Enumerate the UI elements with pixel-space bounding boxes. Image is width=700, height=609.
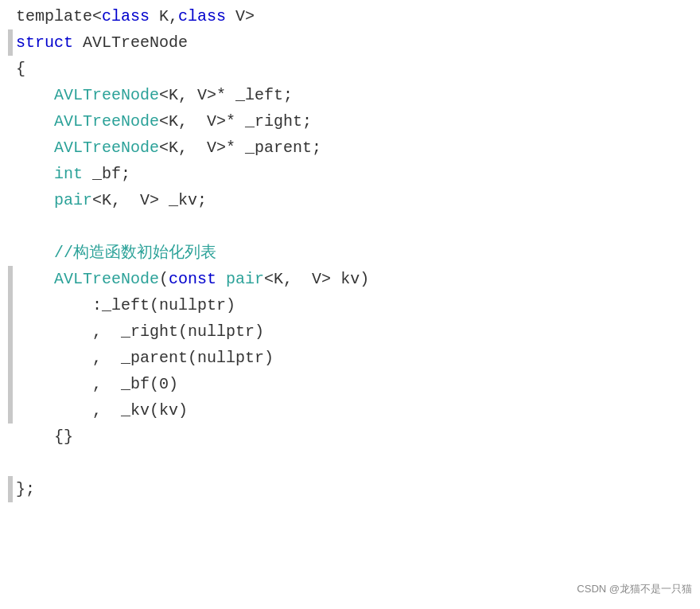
code-line <box>0 213 700 240</box>
code-token: const <box>169 266 216 292</box>
code-line: //构造函数初始化列表 <box>0 240 700 266</box>
code-token: <K, V> <box>159 108 226 135</box>
code-line: , _parent(nullptr) <box>0 345 700 371</box>
code-line: , _kv(kv) <box>0 397 700 424</box>
code-token: :_left(nullptr) <box>16 292 235 318</box>
code-line: }; <box>0 476 700 502</box>
code-token: <K, V> <box>159 135 226 161</box>
code-line: {} <box>0 424 700 450</box>
code-token: <K, V> _kv; <box>92 187 207 213</box>
code-token: _bf; <box>83 161 130 187</box>
code-token: int <box>54 161 83 187</box>
code-token: , _kv(kv) <box>16 397 188 424</box>
code-line: AVLTreeNode<K, V>* _parent; <box>0 135 700 161</box>
code-token: K, <box>150 3 178 29</box>
code-token: , _parent(nullptr) <box>16 345 274 371</box>
code-line <box>0 450 700 476</box>
code-token: { <box>16 56 25 82</box>
line-indicator <box>8 29 13 56</box>
code-token <box>16 135 54 161</box>
code-container: template<class K,class V> struct AVLTree… <box>0 0 700 609</box>
code-line: template<class K,class V> <box>0 3 700 29</box>
code-token: , _right(nullptr) <box>16 318 264 345</box>
code-token: ( <box>159 266 169 292</box>
line-indicator <box>8 476 13 502</box>
code-line: , _bf(0) <box>0 371 700 397</box>
code-line: :_left(nullptr) <box>0 292 700 318</box>
code-line: pair<K, V> _kv; <box>0 187 700 213</box>
code-line: AVLTreeNode(const pair<K, V> kv) <box>0 266 700 292</box>
code-token: //构造函数初始化列表 <box>54 240 216 266</box>
code-token: struct <box>16 29 73 56</box>
code-token: AVLTreeNode <box>54 266 159 292</box>
code-token: pair <box>54 187 92 213</box>
code-token: class <box>102 3 150 29</box>
line-indicator <box>8 371 13 397</box>
code-token <box>16 187 54 213</box>
code-line: , _right(nullptr) <box>0 318 700 345</box>
code-line: AVLTreeNode<K, V>* _right; <box>0 108 700 135</box>
code-token: {} <box>16 424 73 450</box>
code-token: template <box>16 3 92 29</box>
code-line: { <box>0 56 700 82</box>
code-token: * _right; <box>226 108 312 135</box>
line-indicator <box>8 292 13 318</box>
code-token <box>16 82 54 108</box>
line-indicator <box>8 397 13 424</box>
code-line: AVLTreeNode<K, V>* _left; <box>0 82 700 108</box>
code-token: * _parent; <box>226 135 321 161</box>
code-token: < <box>92 3 102 29</box>
code-token: AVLTreeNode <box>54 82 159 108</box>
code-token: V> <box>226 3 255 29</box>
code-token: AVLTreeNode <box>54 108 159 135</box>
code-token <box>216 266 226 292</box>
code-token: AVLTreeNode <box>54 135 159 161</box>
code-token: }; <box>16 476 35 502</box>
watermark: CSDN @龙猫不是一只猫 <box>577 581 692 598</box>
line-indicator <box>8 266 13 292</box>
code-token <box>16 240 54 266</box>
code-token: * _left; <box>216 82 293 108</box>
line-indicator <box>8 318 13 345</box>
code-token <box>16 266 54 292</box>
code-token: class <box>178 3 226 29</box>
code-token <box>16 161 54 187</box>
code-token: pair <box>226 266 264 292</box>
code-token: <K, V> <box>159 82 216 108</box>
code-block: template<class K,class V> struct AVLTree… <box>0 3 700 502</box>
code-line: struct AVLTreeNode <box>0 29 700 56</box>
code-token: AVLTreeNode <box>73 29 188 56</box>
code-line: int _bf; <box>0 161 700 187</box>
code-token: <K, V> kv) <box>264 266 369 292</box>
code-token: , _bf(0) <box>16 371 178 397</box>
code-token <box>16 108 54 135</box>
line-indicator <box>8 345 13 371</box>
